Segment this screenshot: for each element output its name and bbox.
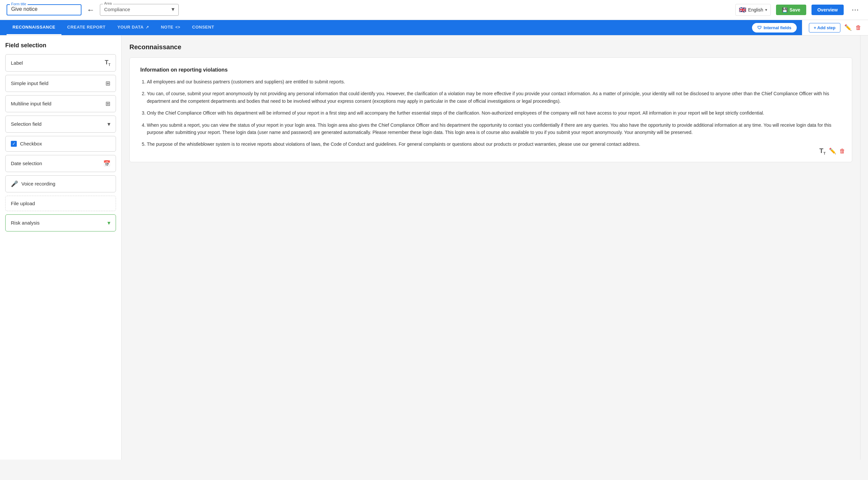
- internal-fields-button[interactable]: 🛡 Internal fields: [752, 23, 797, 32]
- label-field-text: Label: [11, 60, 23, 66]
- nav-delete-button[interactable]: 🗑: [856, 24, 861, 31]
- code-icon: <>: [176, 25, 180, 30]
- nav-edit-button[interactable]: ✏️: [844, 24, 851, 31]
- field-item-label[interactable]: Label TT: [5, 54, 116, 71]
- add-step-button[interactable]: + Add step: [809, 23, 840, 32]
- main-content: Field selection Label TT Simple input fi…: [0, 35, 868, 460]
- content-card: Information on reporting violations All …: [129, 58, 852, 162]
- content-heading: Information on reporting violations: [140, 67, 841, 73]
- voice-recording-text: Voice recording: [21, 181, 55, 187]
- microphone-icon: 🎤: [11, 180, 18, 188]
- list-item: When you submit a report, you can view t…: [147, 122, 841, 136]
- area-select-value: Compliance: [104, 6, 130, 12]
- nav-tabs: RECONNAISSANCE CREATE REPORT YOUR DATA ↗…: [0, 20, 802, 35]
- tab-create-report[interactable]: CREATE REPORT: [61, 20, 112, 35]
- add-step-label: + Add step: [814, 25, 835, 30]
- field-item-checkbox[interactable]: ✓ Checkbox: [5, 136, 116, 152]
- language-selector[interactable]: 🇬🇧 English ▾: [735, 4, 771, 16]
- card-actions: TT ✏️ 🗑: [819, 147, 845, 155]
- save-button[interactable]: 💾 Save: [776, 5, 806, 15]
- form-title-input[interactable]: [11, 6, 77, 12]
- tab-note-label: NOTE: [161, 25, 174, 30]
- card-text-format-icon[interactable]: TT: [819, 147, 826, 155]
- text-format-icon: TT: [105, 59, 111, 67]
- risk-chevron-icon: ▾: [107, 219, 111, 227]
- list-item: You can, of course, submit your report a…: [147, 90, 841, 105]
- field-item-date[interactable]: Date selection 📅: [5, 155, 116, 172]
- overview-label: Overview: [817, 7, 838, 12]
- card-delete-button[interactable]: 🗑: [839, 148, 845, 155]
- tab-consent[interactable]: CONSENT: [186, 20, 220, 35]
- content-area: Reconnaissance Information on reporting …: [122, 35, 860, 460]
- more-options-button[interactable]: ⋯: [849, 4, 861, 15]
- input-icon: ⊞: [105, 80, 111, 87]
- language-text: English: [748, 7, 763, 12]
- risk-analysis-text: Risk analysis: [11, 220, 40, 226]
- checkbox-text: Checkbox: [20, 141, 42, 147]
- arrow-indicator: ←: [87, 5, 95, 14]
- save-disk-icon: 💾: [782, 7, 787, 12]
- nav-right-actions: + Add step ✏️ 🗑: [802, 20, 868, 35]
- save-label: Save: [789, 7, 800, 12]
- area-label: Area: [103, 1, 113, 5]
- field-item-multiline-input[interactable]: Multiline input field ⊞: [5, 95, 116, 112]
- tab-note[interactable]: NOTE <>: [155, 20, 186, 35]
- file-upload-text: File upload: [11, 201, 35, 206]
- tab-create-report-label: CREATE REPORT: [67, 25, 106, 30]
- area-chevron-icon: ▾: [172, 6, 175, 13]
- field-item-simple-input[interactable]: Simple input field ⊞: [5, 75, 116, 92]
- field-item-risk-analysis[interactable]: Risk analysis ▾: [5, 214, 116, 231]
- card-trash-icon: 🗑: [839, 148, 845, 154]
- overview-button[interactable]: Overview: [811, 5, 844, 15]
- internal-fields-label: Internal fields: [764, 25, 792, 30]
- tab-reconnaissance[interactable]: RECONNAISSANCE: [7, 20, 61, 35]
- ellipsis-icon: ⋯: [851, 6, 859, 14]
- card-pencil-icon: ✏️: [829, 148, 836, 154]
- calendar-icon: 📅: [103, 160, 111, 167]
- header: Form title ← Area Compliance ▾ 🇬🇧 Englis…: [0, 0, 868, 20]
- chevron-down-icon: ▾: [107, 121, 111, 128]
- simple-input-text: Simple input field: [11, 81, 48, 86]
- content-list: All employees and our business partners …: [140, 78, 841, 148]
- form-title-label: Form title: [10, 2, 28, 6]
- checkbox-icon: ✓: [11, 141, 17, 147]
- content-area-title: Reconnaissance: [129, 43, 852, 51]
- form-title-wrapper: Form title: [7, 4, 82, 15]
- date-selection-text: Date selection: [11, 161, 42, 166]
- multiline-input-text: Multiline input field: [11, 101, 51, 106]
- right-scroll-panel: [860, 35, 868, 460]
- multiline-icon: ⊞: [105, 100, 111, 107]
- lang-chevron-icon: ▾: [765, 7, 767, 12]
- pencil-icon: ✏️: [844, 24, 851, 31]
- tab-your-data[interactable]: YOUR DATA ↗: [112, 20, 155, 35]
- list-item: The purpose of the whistleblower system …: [147, 140, 841, 148]
- shield-icon: 🛡: [757, 25, 762, 30]
- flag-icon: 🇬🇧: [739, 6, 746, 13]
- area-wrapper[interactable]: Area Compliance ▾: [100, 4, 179, 16]
- field-item-selection[interactable]: Selection field ▾: [5, 116, 116, 133]
- sidebar-title: Field selection: [5, 42, 116, 49]
- external-link-icon: ↗: [146, 25, 149, 30]
- tab-your-data-label: YOUR DATA: [117, 25, 144, 30]
- field-item-voice[interactable]: 🎤 Voice recording: [5, 175, 116, 192]
- tab-consent-label: CONSENT: [192, 25, 214, 30]
- card-edit-button[interactable]: ✏️: [829, 148, 836, 155]
- field-item-file-upload[interactable]: File upload: [5, 196, 116, 211]
- field-selection-sidebar: Field selection Label TT Simple input fi…: [0, 35, 122, 460]
- tab-reconnaissance-label: RECONNAISSANCE: [12, 25, 56, 30]
- trash-icon: 🗑: [856, 24, 861, 31]
- list-item: Only the Chief Compliance Officer with h…: [147, 109, 841, 117]
- selection-field-text: Selection field: [11, 121, 41, 127]
- nav-row: RECONNAISSANCE CREATE REPORT YOUR DATA ↗…: [0, 20, 868, 35]
- list-item: All employees and our business partners …: [147, 78, 841, 85]
